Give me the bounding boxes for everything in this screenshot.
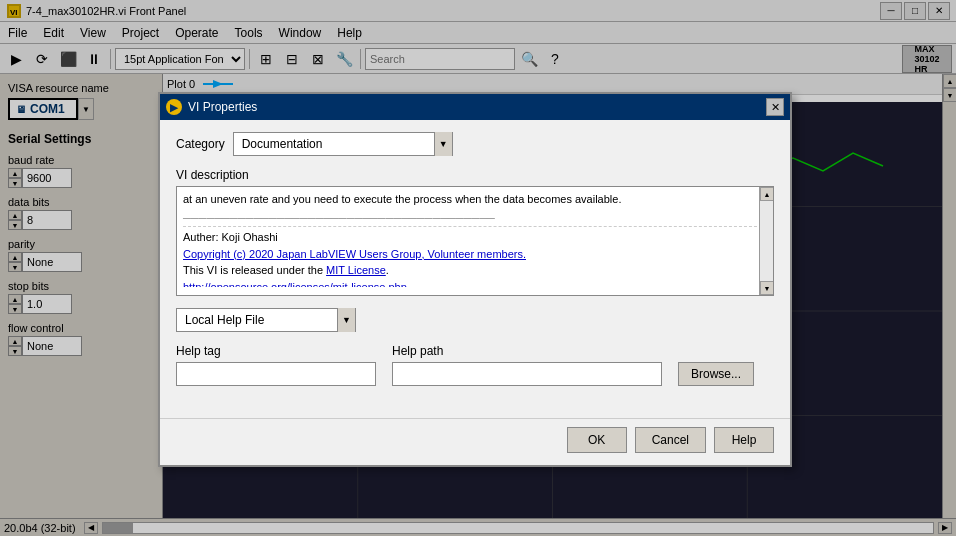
desc-author: Auther: Koji Ohashi (183, 229, 767, 246)
help-tag-input[interactable] (176, 362, 376, 386)
ok-button[interactable]: OK (567, 427, 627, 453)
browse-button[interactable]: Browse... (678, 362, 754, 386)
vi-properties-dialog: ▶ VI Properties ✕ Category Documentation… (158, 92, 792, 467)
help-path-input[interactable] (392, 362, 662, 386)
help-fields-row: Help tag Help path Browse... (176, 344, 774, 386)
category-label: Category (176, 137, 225, 151)
dialog-content: Category Documentation ▼ VI description … (160, 120, 790, 418)
dialog-title-text: VI Properties (188, 100, 257, 114)
dialog-title-icon: ▶ (166, 99, 182, 115)
help-path-field: Help path (392, 344, 662, 386)
desc-mit: This VI is released under the MIT Licens… (183, 262, 767, 279)
desc-scroll-down[interactable]: ▼ (760, 281, 774, 295)
dialog-title-left: ▶ VI Properties (166, 99, 257, 115)
vi-desc-label: VI description (176, 168, 774, 182)
vi-desc-scrollbar[interactable]: ▲ ▼ (759, 187, 773, 295)
dialog-close-button[interactable]: ✕ (766, 98, 784, 116)
desc-scroll-up[interactable]: ▲ (760, 187, 774, 201)
help-dropdown-arrow[interactable]: ▼ (337, 308, 355, 332)
category-arrow[interactable]: ▼ (434, 132, 452, 156)
help-type-dropdown[interactable]: Local Help File ▼ (176, 308, 356, 332)
desc-copyright: Copyright (c) 2020 Japan LabVIEW Users G… (183, 246, 767, 263)
desc-line-1: at an uneven rate and you need to execut… (183, 191, 767, 208)
desc-dashed-1: ──────────────────────────────────────── (183, 210, 767, 228)
help-type-value: Local Help File (177, 308, 337, 332)
help-path-label: Help path (392, 344, 662, 358)
help-dropdown-row: Local Help File ▼ (176, 308, 774, 332)
help-tag-field: Help tag (176, 344, 376, 386)
dialog-titlebar: ▶ VI Properties ✕ (160, 94, 790, 120)
vi-desc-text[interactable]: at an uneven rate and you need to execut… (177, 187, 773, 287)
dialog-footer: OK Cancel Help (160, 418, 790, 465)
help-tag-label: Help tag (176, 344, 376, 358)
modal-overlay: ▶ VI Properties ✕ Category Documentation… (0, 0, 956, 536)
category-value: Documentation (234, 132, 434, 156)
vi-desc-box: at an uneven rate and you need to execut… (176, 186, 774, 296)
cancel-button[interactable]: Cancel (635, 427, 706, 453)
desc-scroll-track (760, 201, 773, 281)
category-dropdown[interactable]: Documentation ▼ (233, 132, 453, 156)
category-row: Category Documentation ▼ (176, 132, 774, 156)
desc-url: http://opensource.org/licenses/mit-licen… (183, 279, 767, 288)
help-button[interactable]: Help (714, 427, 774, 453)
